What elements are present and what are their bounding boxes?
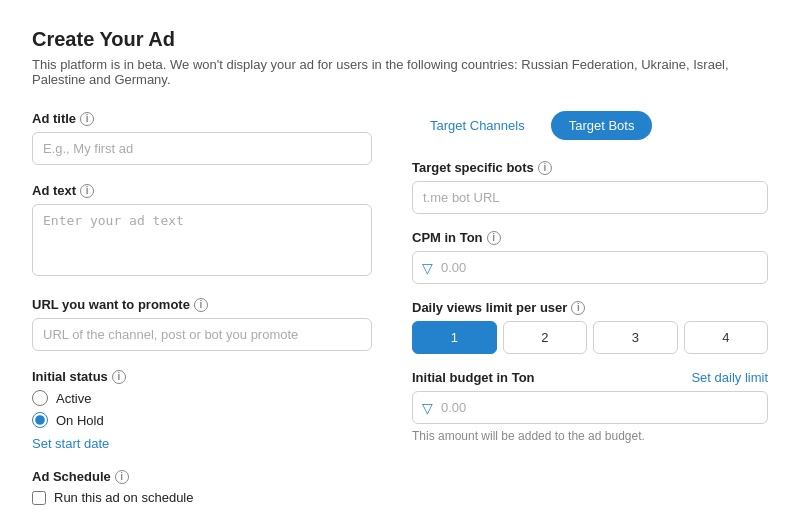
views-btn-row: 1 2 3 4 (412, 321, 768, 354)
radio-active-item[interactable]: Active (32, 390, 372, 406)
run-schedule-item[interactable]: Run this ad on schedule (32, 490, 372, 505)
target-bots-group: Target specific bots i (412, 160, 768, 214)
target-bots-input[interactable] (412, 181, 768, 214)
run-schedule-checkbox[interactable] (32, 491, 46, 505)
ad-text-info-icon: i (80, 184, 94, 198)
views-btn-1[interactable]: 1 (412, 321, 497, 354)
cpm-input-wrapper: ▽ (412, 251, 768, 284)
set-daily-limit-link[interactable]: Set daily limit (691, 370, 768, 385)
initial-status-group: Initial status i Active On Hold Set star… (32, 369, 372, 451)
budget-label: Initial budget in Ton (412, 370, 535, 385)
url-info-icon: i (194, 298, 208, 312)
set-start-date-link[interactable]: Set start date (32, 436, 109, 451)
ad-title-info-icon: i (80, 112, 94, 126)
ad-title-input[interactable] (32, 132, 372, 165)
cpm-label: CPM in Ton i (412, 230, 768, 245)
ad-text-group: Ad text i (32, 183, 372, 279)
tab-row: Target Channels Target Bots (412, 111, 768, 140)
budget-input[interactable] (412, 391, 768, 424)
ad-schedule-label: Ad Schedule i (32, 469, 372, 484)
url-label: URL you want to promote i (32, 297, 372, 312)
ad-title-label: Ad title i (32, 111, 372, 126)
budget-note: This amount will be added to the ad budg… (412, 429, 768, 443)
ad-title-group: Ad title i (32, 111, 372, 165)
initial-status-info-icon: i (112, 370, 126, 384)
initial-status-label: Initial status i (32, 369, 372, 384)
radio-active[interactable] (32, 390, 48, 406)
create-ad-page: Create Your Ad This platform is in beta.… (0, 0, 800, 517)
ad-schedule-info-icon: i (115, 470, 129, 484)
views-btn-3[interactable]: 3 (593, 321, 678, 354)
cpm-group: CPM in Ton i ▽ (412, 230, 768, 284)
radio-on-hold[interactable] (32, 412, 48, 428)
budget-input-wrapper: ▽ (412, 391, 768, 424)
cpm-info-icon: i (487, 231, 501, 245)
radio-on-hold-label: On Hold (56, 413, 104, 428)
tab-bots[interactable]: Target Bots (551, 111, 653, 140)
radio-active-label: Active (56, 391, 91, 406)
status-radio-group: Active On Hold (32, 390, 372, 428)
views-btn-4[interactable]: 4 (684, 321, 769, 354)
right-column: Target Channels Target Bots Target speci… (412, 111, 768, 517)
budget-group: Initial budget in Ton Set daily limit ▽ … (412, 370, 768, 443)
daily-views-label: Daily views limit per user i (412, 300, 768, 315)
budget-header: Initial budget in Ton Set daily limit (412, 370, 768, 385)
run-schedule-label: Run this ad on schedule (54, 490, 193, 505)
target-bots-info-icon: i (538, 161, 552, 175)
target-bots-label: Target specific bots i (412, 160, 768, 175)
daily-views-group: Daily views limit per user i 1 2 3 4 (412, 300, 768, 354)
views-btn-2[interactable]: 2 (503, 321, 588, 354)
tab-channels[interactable]: Target Channels (412, 111, 543, 140)
page-title: Create Your Ad (32, 28, 768, 51)
ad-text-input[interactable] (32, 204, 372, 276)
left-column: Ad title i Ad text i URL you want to pro… (32, 111, 372, 517)
daily-views-info-icon: i (571, 301, 585, 315)
ad-schedule-group: Ad Schedule i Run this ad on schedule (32, 469, 372, 505)
url-input[interactable] (32, 318, 372, 351)
radio-on-hold-item[interactable]: On Hold (32, 412, 372, 428)
ad-text-label: Ad text i (32, 183, 372, 198)
cpm-input[interactable] (412, 251, 768, 284)
url-group: URL you want to promote i (32, 297, 372, 351)
page-subtitle: This platform is in beta. We won't displ… (32, 57, 768, 87)
